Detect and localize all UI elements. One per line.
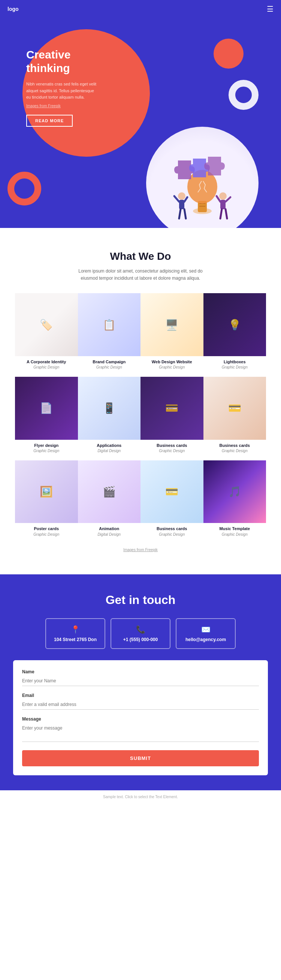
portfolio-item-category: Digital Design	[97, 532, 121, 536]
contact-form: Name Email Message SUBMIT	[13, 660, 268, 775]
hero-ring-right	[229, 80, 259, 110]
portfolio-item-category: Graphic Design	[222, 532, 248, 536]
portfolio-item[interactable]: 💳 Business cards Graphic Design	[141, 460, 203, 544]
name-group: Name	[22, 669, 259, 686]
portfolio-item-category: Graphic Design	[33, 532, 59, 536]
contact-card[interactable]: 📍 104 Street 2765 Don	[45, 618, 105, 649]
portfolio-item-name: Lightboxes	[224, 359, 246, 364]
thumb-icon: 📋	[103, 319, 116, 331]
hero-ring-left	[8, 172, 41, 205]
portfolio-thumb: 📱	[78, 377, 141, 440]
thumb-icon: 💡	[228, 319, 241, 331]
portfolio-item[interactable]: 📋 Brand Campaign Graphic Design	[78, 293, 141, 377]
portfolio-thumb: 🖼️	[15, 460, 78, 523]
svg-line-14	[225, 197, 230, 202]
hero-section: Creative thinking Nibh venenatis cras se…	[0, 18, 281, 228]
svg-point-5	[178, 192, 186, 200]
thumb-icon: 💳	[228, 402, 241, 414]
section-title: What We Do	[8, 250, 273, 262]
portfolio-item[interactable]: 📄 Flyer design Graphic Design	[15, 377, 78, 460]
portfolio-thumb: 📋	[78, 293, 141, 356]
portfolio-item[interactable]: 🖼️ Poster cards Graphic Design	[15, 460, 78, 544]
thumb-icon: 📱	[103, 402, 116, 414]
thumb-icon: 📄	[40, 402, 53, 414]
contact-section: Get in touch 📍 104 Street 2765 Don 📞 +1 …	[0, 574, 281, 790]
portfolio-item[interactable]: 💡 Lightboxes Graphic Design	[203, 293, 267, 377]
portfolio-thumb: 🎵	[203, 460, 267, 523]
svg-line-16	[225, 209, 227, 219]
portfolio-item-name: Poster cards	[34, 526, 59, 531]
email-label: Email	[22, 693, 259, 698]
contact-card-text: 104 Street 2765 Don	[54, 637, 97, 642]
portfolio-item-category: Digital Design	[97, 449, 121, 453]
contact-card-icon: 📞	[136, 625, 145, 634]
portfolio-thumb: 🏷️	[15, 293, 78, 356]
thumb-icon: 🏷️	[40, 319, 53, 331]
hero-cta-button[interactable]: READ MORE	[26, 115, 73, 127]
portfolio-item[interactable]: 🎬 Animation Digital Design	[78, 460, 141, 544]
hamburger-icon[interactable]: ☰	[267, 5, 273, 13]
hero-freepik-link[interactable]: Images from Freepik	[26, 104, 97, 108]
contact-card-text: +1 (555) 000-000	[123, 637, 158, 642]
portfolio-item-name: Animation	[99, 526, 119, 531]
what-we-do-section: What We Do Lorem ipsum dolor sit amet, c…	[0, 228, 281, 574]
portfolio-thumb: 💳	[203, 377, 267, 440]
portfolio-thumb: 💳	[141, 460, 203, 523]
thumb-icon: 💳	[165, 485, 178, 498]
submit-button[interactable]: SUBMIT	[22, 750, 259, 766]
portfolio-item-category: Graphic Design	[33, 365, 59, 369]
thumb-icon: 🎬	[103, 485, 116, 498]
email-group: Email	[22, 693, 259, 710]
message-label: Message	[22, 716, 259, 722]
name-label: Name	[22, 669, 259, 675]
contact-card[interactable]: 📞 +1 (555) 000-000	[111, 618, 170, 649]
contact-title: Get in touch	[11, 593, 270, 607]
portfolio-item-category: Graphic Design	[222, 365, 248, 369]
message-group: Message	[22, 716, 259, 743]
portfolio-item-name: Applications	[97, 443, 121, 448]
portfolio-thumb: 🎬	[78, 460, 141, 523]
svg-line-10	[184, 209, 186, 219]
portfolio-grid: 🏷️ A Corporate Identity Graphic Design 📋…	[15, 293, 266, 544]
portfolio-item-name: Business cards	[157, 443, 187, 448]
portfolio-item[interactable]: 📱 Applications Digital Design	[78, 377, 141, 460]
portfolio-item-name: Flyer design	[34, 443, 59, 448]
freepik-note[interactable]: Images from Freepik	[8, 548, 273, 552]
portfolio-item-category: Graphic Design	[159, 365, 185, 369]
contact-cards: 📍 104 Street 2765 Don 📞 +1 (555) 000-000…	[11, 618, 270, 649]
portfolio-thumb: 📄	[15, 377, 78, 440]
contact-card-text: hello@agency.com	[186, 637, 226, 642]
hero-illustration	[146, 127, 259, 228]
header: logo ☰	[0, 0, 281, 18]
portfolio-item[interactable]: 🎵 Music Template Graphic Design	[203, 460, 267, 544]
portfolio-item[interactable]: 🏷️ A Corporate Identity Graphic Design	[15, 293, 78, 377]
contact-card-icon: 📍	[71, 625, 80, 634]
hero-top-right-circle	[214, 39, 243, 68]
portfolio-item-name: Business cards	[219, 443, 250, 448]
hero-content: Creative thinking Nibh venenatis cras se…	[0, 18, 120, 127]
portfolio-item-category: Graphic Design	[33, 449, 59, 453]
portfolio-item[interactable]: 💳 Business cards Graphic Design	[203, 377, 267, 460]
portfolio-item[interactable]: 💳 Business cards Graphic Design	[141, 377, 203, 460]
portfolio-item-name: Business cards	[157, 526, 187, 531]
portfolio-thumb: 🖥️	[141, 293, 203, 356]
portfolio-thumb: 💳	[141, 377, 203, 440]
hero-title: Creative thinking	[26, 48, 97, 75]
portfolio-item-name: A Corporate Identity	[27, 359, 66, 364]
portfolio-item-category: Graphic Design	[96, 365, 122, 369]
portfolio-item-name: Web Design Website	[152, 359, 192, 364]
svg-line-15	[220, 209, 222, 219]
portfolio-item[interactable]: 🖥️ Web Design Website Graphic Design	[141, 293, 203, 377]
message-input[interactable]	[22, 723, 259, 742]
portfolio-item-category: Graphic Design	[159, 449, 185, 453]
portfolio-thumb: 💡	[203, 293, 267, 356]
thumb-icon: 💳	[165, 402, 178, 414]
thumb-icon: 🎵	[228, 485, 241, 498]
section-subtitle: Lorem ipsum dolor sit amet, consectetur …	[77, 268, 204, 282]
footer-note: Sample text. Click to select the Text El…	[0, 790, 281, 803]
svg-point-11	[219, 192, 227, 200]
contact-card[interactable]: ✉️ hello@agency.com	[176, 618, 236, 649]
name-input[interactable]	[22, 676, 259, 686]
logo: logo	[8, 6, 19, 12]
email-input[interactable]	[22, 700, 259, 710]
